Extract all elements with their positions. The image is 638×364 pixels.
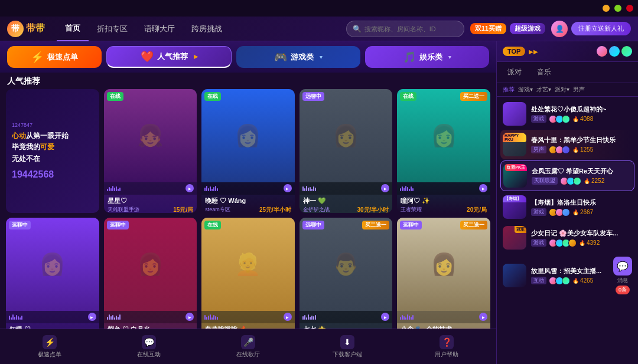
rank-item-5[interactable]: 冠军 少女日记 🌸美少女车队发车... 游戏 4392 [500,223,634,252]
quick-label: 极速点单 [47,52,78,63]
rank-item-4[interactable]: 【寿烟】 【寿烟】洛洛生日快乐 游戏 2667 [500,192,634,222]
rank-info-5: 少女日记 🌸美少女车队发车... 游戏 4392 [531,229,632,247]
right-panel: TOP ▶▶ 派对 音乐 推荐 游戏▾ 才艺▾ 派对▾ 男声 [496,41,638,364]
main-layout: ⚡ 极速点单 ❤️ 人气推荐 ▶ 🎮 游戏类 ▾ 🎵 娱乐类 ▾ 人气推荐 [0,41,638,364]
card-4-bottom: 瞳阿♡ ✨ 王者荣耀 20元/局 [397,195,490,214]
register-button[interactable]: 注册立送新人礼 [571,22,631,35]
filter-talent[interactable]: 才艺▾ [536,86,551,94]
user-avatar[interactable]: 👤 [551,21,568,37]
tab-entertainment[interactable]: 🎵 娱乐类 ▾ [365,46,489,68]
logo-icon: 带 [7,21,24,37]
card-9-bottom: 小念 🐾 全能技术 王者荣耀 10元/局 [397,323,490,329]
tab-party[interactable]: 派对 [503,65,526,79]
card-6-badge: 远聊中 [107,221,129,229]
bottom-nav-quick[interactable]: ⚡ 极速点单 [0,329,99,364]
nav-item-chat[interactable]: 语聊大厅 [136,17,183,41]
promo-badge-1[interactable]: 双11买赠 [470,23,506,34]
hall-icon: 🎤 [241,335,255,349]
download-label: 下载客户端 [333,350,362,359]
bottom-nav-interact[interactable]: 💬 在线互动 [99,329,198,364]
category-tabs: ⚡ 极速点单 ❤️ 人气推荐 ▶ 🎮 游戏类 ▾ 🎵 娱乐类 ▾ [0,41,496,73]
logo-text: 带带 [26,22,45,35]
search-bar[interactable]: 🔍 [346,21,464,37]
card-4-badge2: 买二送一 [460,92,487,101]
filter-male[interactable]: 男声 [573,86,585,94]
quick-icon: ⚡ [31,51,44,64]
card-2[interactable]: 👩 在线 ▶ [201,89,295,213]
filter-game[interactable]: 游戏▾ [518,86,533,94]
help-icon: ❓ [440,335,454,349]
card-4-badge: 在线 [400,92,416,101]
rank-avatar-2: HAPPY PKU [503,133,526,156]
card-1[interactable]: 👧 在线 ▶ [104,89,197,213]
message-panel[interactable]: 💬 消息 0条 [613,257,632,294]
promo-area: 双11买赠 超级游戏 [470,23,545,34]
card-3-bottom: 神一 💚 金铲铲之战 30元/半小时 [300,195,393,214]
grid-area: 1247847 心动从第一眼开始毕竟我的可爱无处不在 19442568 👧 在线 [0,89,496,329]
card-7-bottom: 燕燕嗡嗡嗡 🔥 [201,323,295,329]
card-1-bottom: 星星♡ 天雄联盟手游 15元/局 [104,195,197,214]
bottom-nav-download[interactable]: ⬇ 下载客户端 [298,329,397,364]
bottom-nav-help[interactable]: ❓ 用户帮助 [397,329,496,364]
content-area: ⚡ 极速点单 ❤️ 人气推荐 ▶ 🎮 游戏类 ▾ 🎵 娱乐类 ▾ 人气推荐 [0,41,496,364]
card-9-badge: 远聊中 [400,221,422,229]
special-number: 19442568 [12,169,93,180]
rank-item-6[interactable]: 故里风雪：招美女主播... 互动 4265 💬 消息 0条 [500,254,634,297]
rank-info-3: 金凤玉露♡ 希望Re天天开心 天联联盟 2252 [532,167,632,185]
hall-label: 在线歌厅 [236,350,260,359]
search-icon: 🔍 [353,25,362,33]
right-top: TOP ▶▶ [497,41,638,62]
filter-recommend[interactable]: 推荐 [503,86,515,94]
card-4[interactable]: 👩 在线 买二送一 [397,89,490,213]
rank-item-1[interactable]: 处处繁花♡小傻瓜超神的~ 游戏 4088 [500,99,634,129]
search-input[interactable] [364,25,458,32]
card-5-badge: 远聊中 [9,221,31,229]
filter-party[interactable]: 派对▾ [555,86,569,94]
card-2-badge: 在线 [204,92,221,101]
close-button[interactable] [626,5,633,12]
tab-quick[interactable]: ⚡ 极速点单 [7,46,102,68]
rank-info-2: 春风十里：黑羊少节生日快乐 男声 1255 [531,136,632,154]
tab-popular[interactable]: ❤️ 人气推荐 ▶ [106,46,232,68]
nav-item-home[interactable]: 首页 [57,17,89,41]
card-5[interactable]: 👩 远聊中 ▶ [6,218,99,329]
right-main-tabs: 派对 音乐 [497,62,638,83]
rank-info-1: 处处繁花♡小傻瓜超神的~ 游戏 4088 [531,105,632,123]
card-8-bottom: 七七 🌟 0元/小时 [300,323,393,329]
special-id: 1247847 [12,122,93,128]
quick-order-icon: ⚡ [43,335,57,349]
card-6[interactable]: 👩 远聊中 ▶ [104,218,197,329]
bottom-nav-hall[interactable]: 🎤 在线歌厅 [198,329,298,364]
card-3[interactable]: 👩 远聊中 ▶ [300,89,393,213]
card-9-badge2: 买二送一 [460,221,487,229]
message-icon: 💬 [613,257,632,276]
promo-badge-2[interactable]: 超级游戏 [510,23,545,34]
entertainment-label: 娱乐类 [419,52,442,63]
nav-item-discount[interactable]: 折扣专区 [89,17,136,41]
card-6-bottom: 紫色 ♡ 白月光 唱歌 [104,323,197,329]
rank-avatar-5: 冠军 [503,226,526,250]
rank-item-2[interactable]: HAPPY PKU 春风十里：黑羊少节生日快乐 男声 1255 [500,130,634,159]
rank-info-4: 【寿烟】洛洛生日快乐 游戏 2667 [531,198,632,217]
minimize-button[interactable] [603,5,610,12]
card-row-1: 1247847 心动从第一眼开始毕竟我的可爱无处不在 19442568 👧 在线 [6,89,490,213]
maximize-button[interactable] [614,5,621,12]
special-card[interactable]: 1247847 心动从第一眼开始毕竟我的可爱无处不在 19442568 [6,89,99,213]
message-count: 0条 [616,286,630,294]
download-icon: ⬇ [340,335,354,349]
card-8[interactable]: 👨 远聊中 买二送一 [300,218,393,329]
rank-avatar-3: 红盟PK王 [503,164,527,188]
rank-avatar-6 [503,264,526,287]
tab-music[interactable]: 音乐 [532,65,556,79]
card-2-bottom: 晚睡 ♡ Wáng steam专区 25元/半小时 [201,195,295,214]
logo[interactable]: 带 带带 [7,21,45,37]
tab-game[interactable]: 🎮 游戏类 ▾ [236,46,360,68]
card-9[interactable]: 👩 远聊中 买二送一 [397,218,490,329]
rank-item-3[interactable]: 红盟PK王 金凤玉露♡ 希望Re天天开心 天联联盟 2252 [500,160,634,191]
card-7[interactable]: 👱 在线 ▶ [201,218,295,329]
interact-label: 在线互动 [137,350,161,359]
card-5-bottom: 知慢 ♡ 王者荣耀 20元/局 [6,323,99,329]
nav-item-cross[interactable]: 跨房挑战 [183,17,230,41]
titlebar [0,0,638,17]
game-icon: 🎮 [274,51,287,64]
